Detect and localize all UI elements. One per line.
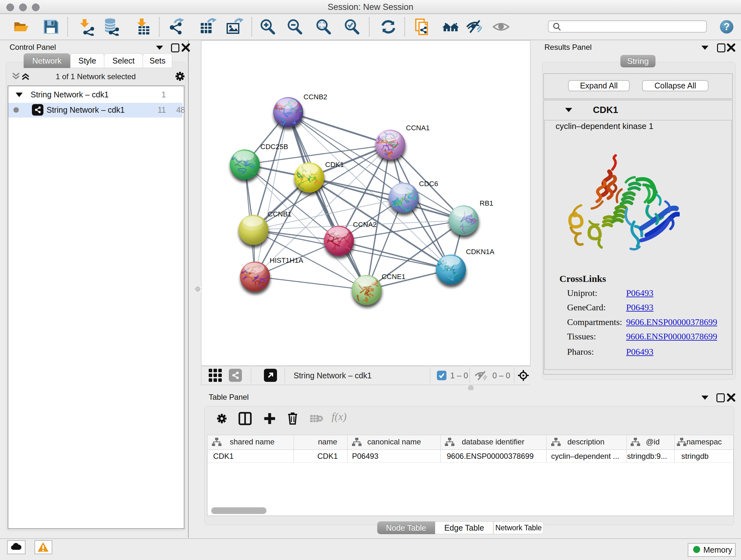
svg-text:CCNA1: CCNA1 [406,124,430,132]
svg-text:HIST1H1A: HIST1H1A [270,256,303,264]
svg-text:CDC6: CDC6 [419,180,438,188]
svg-text:CCNB1: CCNB1 [268,210,292,218]
svg-text:CDC25B: CDC25B [260,143,288,151]
svg-text:CCNE1: CCNE1 [382,273,406,281]
svg-text:CCNB2: CCNB2 [304,93,327,101]
svg-text:CDKN1A: CDKN1A [466,248,495,256]
svg-text:CDK1: CDK1 [325,161,344,169]
svg-text:CCNA2: CCNA2 [353,221,377,229]
svg-text:RB1: RB1 [480,199,493,207]
